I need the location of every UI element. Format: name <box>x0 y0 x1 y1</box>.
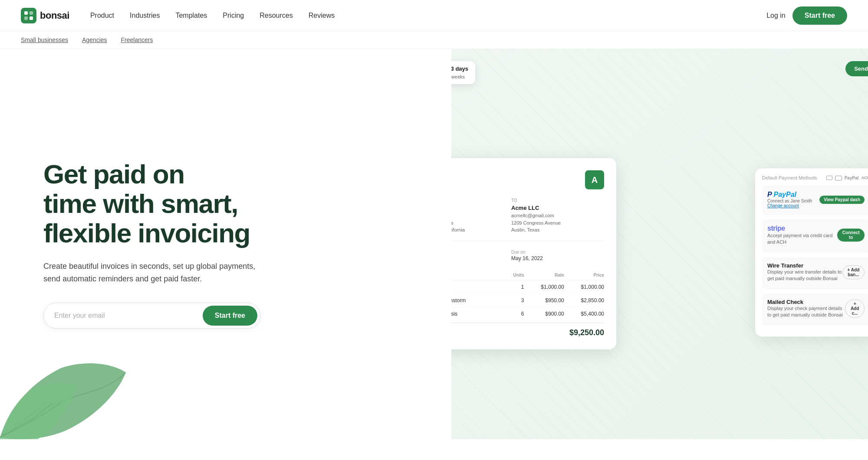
paypal-action-button[interactable]: View Paypal dash <box>819 196 865 204</box>
wire-info: Wire Transfer Display your wire transfer… <box>767 262 842 282</box>
total-amount: $9,250.00 <box>569 328 604 337</box>
paypal-info: P PayPal Connect as Jane Smith Change ac… <box>767 191 812 208</box>
nav-product[interactable]: Product <box>90 12 114 20</box>
nav-templates[interactable]: Templates <box>175 12 207 20</box>
paypal-header: P PayPal Connect as Jane Smith Change ac… <box>767 191 865 208</box>
invoice-total: Total $9,250.00 <box>451 322 604 337</box>
subnav: Small businesses Agencies Freelancers <box>0 31 868 49</box>
to-label: To <box>511 198 604 203</box>
svg-rect-1 <box>24 11 28 15</box>
from-name: Jane Smith <box>451 205 504 211</box>
nav-actions: Log in Start free <box>766 7 847 25</box>
invoice-line-item: Workshop & brainstorm 3 $950.00 $2,850.0… <box>451 294 604 307</box>
stripe-desc: Accept payment via credit card and ACH <box>767 232 837 246</box>
invoice-avatar: A <box>585 170 604 189</box>
to-detail: acmellc@gmail.com 1209 Congress Avenue A… <box>511 212 604 234</box>
paypal-sub: Connect as Jane Smith <box>767 199 812 203</box>
hero-subtext: Create beautiful invoices in seconds, se… <box>43 260 260 285</box>
logo[interactable]: bonsai <box>21 8 69 23</box>
subnav-agencies[interactable]: Agencies <box>82 36 107 43</box>
check-desc: Display your check payment details to ge… <box>767 305 845 319</box>
stripe-logo: stripe <box>767 225 837 232</box>
invoice-to: To Acme LLC acmellc@gmail.com 1209 Congr… <box>511 198 604 234</box>
navbar-start-free-button[interactable]: Start free <box>792 7 847 25</box>
svg-rect-0 <box>21 8 36 23</box>
invoice-table: Item Description Units Rate Price Projec… <box>451 270 604 320</box>
autosend-subtitle: ↻ Recurring every 2 weeks <box>451 74 468 80</box>
nav-resources[interactable]: Resources <box>260 12 293 20</box>
invoice-dates: Issued on April 16, 2022 Due on May 16, … <box>451 249 604 261</box>
paypal-logo: P PayPal <box>767 191 812 199</box>
leaf-decoration <box>0 359 130 439</box>
col-description: Item Description <box>451 270 505 280</box>
stripe-header: stripe Accept payment via credit card an… <box>767 225 865 246</box>
hero-left: Get paid on time with smart, flexible in… <box>0 49 451 439</box>
nav-reviews[interactable]: Reviews <box>309 12 335 20</box>
paypal-change-link[interactable]: Change account <box>767 203 812 208</box>
card-icon <box>835 176 842 180</box>
nav-pricing[interactable]: Pricing <box>223 12 244 20</box>
nav-links: Product Industries Templates Pricing Res… <box>90 12 766 20</box>
wire-name: Wire Transfer <box>767 262 842 269</box>
wire-add-button[interactable]: + Add ban... <box>842 265 865 279</box>
check-header: Mailed Check Display your check payment … <box>767 299 865 319</box>
payment-panel: Default Payment Methods PayPal ACH P Pay… <box>755 168 868 336</box>
svg-rect-4 <box>30 16 33 20</box>
check-info: Mailed Check Display your check payment … <box>767 299 845 319</box>
svg-rect-3 <box>24 16 28 20</box>
logo-icon <box>21 8 36 23</box>
invoice-from: From Jane Smith jane@smith.com 19 Kenyat… <box>451 198 504 234</box>
hero-right: Auto-sending in 3 days ↻ Recurring every… <box>451 49 868 439</box>
subnav-small-businesses[interactable]: Small businesses <box>21 36 68 43</box>
email-input[interactable] <box>54 312 203 320</box>
svg-rect-2 <box>30 11 33 15</box>
invoice-line-item: Project kick off 1 $1,000.00 $1,000.00 <box>451 280 604 294</box>
navbar: bonsai Product Industries Templates Pric… <box>0 0 868 31</box>
email-form: Start free <box>43 303 260 329</box>
payment-paypal: P PayPal Connect as Jane Smith Change ac… <box>762 186 868 215</box>
hero-heading: Get paid on time with smart, flexible in… <box>43 160 431 248</box>
invoice-line-item: Report and analysis 6 $900.00 $5,400.00 <box>451 307 604 320</box>
to-name: Acme LLC <box>511 205 604 211</box>
wire-header: Wire Transfer Display your wire transfer… <box>767 262 865 282</box>
logo-text: bonsai <box>40 10 69 21</box>
payment-header: Default Payment Methods PayPal ACH <box>762 175 868 180</box>
hero-section: Get paid on time with smart, flexible in… <box>0 49 868 439</box>
stripe-info: stripe Accept payment via credit card an… <box>767 225 837 246</box>
check-add-button[interactable]: + Add c... <box>845 299 865 318</box>
paypal-text-icon: PayPal <box>845 176 859 180</box>
payment-stripe: stripe Accept payment via credit card an… <box>762 219 868 253</box>
from-label: From <box>451 198 504 203</box>
from-detail: jane@smith.com 19 Kenyatta Islands San F… <box>451 212 504 234</box>
col-units: Units <box>505 270 524 280</box>
col-rate: Rate <box>524 270 564 280</box>
invoice-due: Due on May 16, 2022 <box>511 249 604 261</box>
col-price: Price <box>564 270 604 280</box>
login-button[interactable]: Log in <box>766 12 786 20</box>
autosend-title: Auto-sending in 3 days <box>451 65 468 72</box>
hero-start-free-button[interactable]: Start free <box>203 306 257 326</box>
subnav-freelancers[interactable]: Freelancers <box>121 36 153 43</box>
invoice-card: Acme LLC Invoice #1001 A From Jane Smith… <box>451 158 616 349</box>
ach-icon: ACH <box>861 176 868 180</box>
invoice-parties: From Jane Smith jane@smith.com 19 Kenyat… <box>451 198 604 241</box>
payment-wire: Wire Transfer Display your wire transfer… <box>762 257 868 289</box>
email-icon <box>826 176 832 180</box>
send-button[interactable]: Send <box>845 61 868 76</box>
check-name: Mailed Check <box>767 299 845 305</box>
nav-industries[interactable]: Industries <box>130 12 160 20</box>
invoice-issued: Issued on April 16, 2022 <box>451 249 504 261</box>
wire-desc: Display your wire transfer details to ge… <box>767 269 842 282</box>
autosend-badge: Auto-sending in 3 days ↻ Recurring every… <box>451 61 475 84</box>
stripe-connect-button[interactable]: Connect to <box>837 229 865 242</box>
payment-check: Mailed Check Display your check payment … <box>762 294 868 326</box>
invoice-header: Acme LLC Invoice #1001 A <box>451 170 604 189</box>
